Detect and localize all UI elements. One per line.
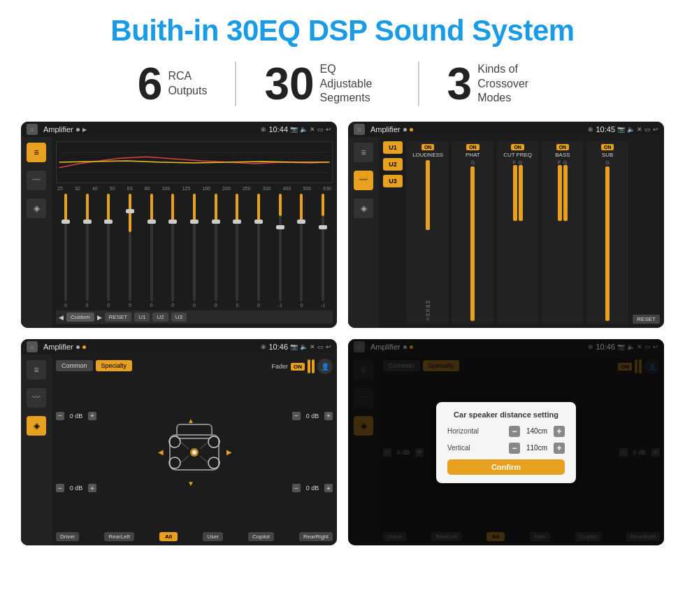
stat-number-eq: 30	[264, 62, 314, 106]
right-db-controls: − 0 dB + − 0 dB +	[292, 377, 333, 527]
u1-button[interactable]: U1	[383, 141, 403, 154]
vertical-plus[interactable]: +	[554, 443, 565, 454]
btn-driver[interactable]: Driver	[56, 532, 79, 541]
car-svg: ▲ ▼ ◀ ▶	[152, 410, 236, 494]
crossover-reset-btn[interactable]: RESET	[633, 315, 660, 324]
slider-5: 0	[163, 194, 182, 308]
btn-copilot[interactable]: Copilot	[248, 532, 274, 541]
cutfreq-name: CUT FREQ	[503, 152, 532, 158]
btn-u2[interactable]: U2	[152, 313, 168, 322]
slider-val-10: -1	[278, 303, 282, 308]
stat-crossover: 3 Kinds of Crossover Modes	[419, 62, 576, 106]
slider-11: 0	[292, 194, 312, 308]
slider-2: 0	[99, 194, 118, 308]
eq-screen-body: ≡ 〰 ◈	[21, 137, 337, 328]
btn-u1[interactable]: U1	[134, 313, 150, 322]
fader-side-icons: ≡ 〰 ◈	[21, 354, 52, 545]
horizontal-minus[interactable]: −	[509, 426, 520, 437]
slider-track-11[interactable]	[300, 194, 303, 301]
db-minus-tl[interactable]: −	[56, 412, 64, 420]
eq-icon-2[interactable]: ≡	[354, 143, 373, 162]
btn-rearright[interactable]: RearRight	[299, 532, 333, 541]
bass-slider-f[interactable]	[558, 165, 562, 221]
slider-track-4[interactable]	[150, 194, 153, 301]
fader-app-name: Amplifier	[43, 343, 73, 351]
wave-icon-3[interactable]: 〰	[27, 388, 46, 408]
slider-8: 0	[228, 194, 247, 308]
freq-630: 630	[323, 186, 331, 191]
eq-icon[interactable]: ≡	[27, 143, 46, 162]
slider-track-1[interactable]	[86, 194, 89, 301]
slider-track-8[interactable]	[236, 194, 238, 301]
next-icon[interactable]: ▶	[97, 314, 102, 321]
prev-icon[interactable]: ◀	[59, 314, 64, 321]
slider-val-0: 0	[64, 303, 67, 308]
stat-label-eq-1: EQ Adjustable	[320, 62, 390, 92]
tab-common[interactable]: Common	[56, 360, 93, 371]
db-plus-bl[interactable]: +	[88, 484, 96, 492]
dialog-horizontal-row: Horizontal − 140cm +	[447, 426, 565, 437]
crossover-screen-body: ≡ 〰 ◈ U1 U2 U3 ON LOUDNESS	[348, 137, 664, 328]
svg-point-6	[208, 436, 219, 447]
vertical-ctrl: − 110cm +	[509, 443, 565, 454]
confirm-button[interactable]: Confirm	[447, 459, 565, 475]
slider-track-12[interactable]	[322, 194, 324, 301]
bass-slider-g[interactable]	[563, 165, 568, 221]
wave-icon[interactable]: 〰	[27, 171, 46, 190]
slider-track-6[interactable]	[193, 194, 196, 301]
speaker-icon-2[interactable]: ◈	[354, 199, 373, 218]
btn-rearleft[interactable]: RearLeft	[104, 532, 134, 541]
sub-slider[interactable]	[605, 166, 610, 321]
slider-track-2[interactable]	[107, 194, 110, 301]
u3-button[interactable]: U3	[383, 175, 403, 187]
location-icon-2: ⊕	[588, 126, 593, 133]
freq-100: 100	[162, 186, 171, 191]
car-diagram: ▲ ▼ ◀ ▶	[99, 377, 289, 527]
wave-icon-2[interactable]: 〰	[354, 171, 373, 190]
btn-custom[interactable]: Custom	[66, 313, 94, 322]
phat-slider[interactable]	[470, 166, 475, 321]
db-minus-br[interactable]: −	[292, 484, 301, 492]
fader-avatar[interactable]: 👤	[317, 359, 333, 374]
slider-0: 0	[56, 194, 75, 308]
db-plus-br[interactable]: +	[324, 484, 333, 492]
screen-eq: ⌂ Amplifier ▶ ⊕ 10:44 📷 🔈 ✕ ▭ ↩ ≡ 〰	[21, 122, 337, 328]
db-val-br: 0 dB	[303, 485, 322, 492]
loudness-slider[interactable]	[426, 160, 430, 230]
slider-track-9[interactable]	[257, 194, 260, 301]
vertical-minus[interactable]: −	[509, 443, 520, 454]
btn-all[interactable]: All	[159, 532, 178, 541]
db-minus-tr[interactable]: −	[292, 412, 301, 420]
stat-label-eq-2: Segments	[320, 91, 390, 106]
cutfreq-slider-g[interactable]	[519, 165, 523, 221]
btn-u3[interactable]: U3	[171, 313, 187, 322]
eq-time: 10:44	[268, 125, 288, 134]
slider-track-10[interactable]	[279, 194, 282, 301]
horizontal-plus[interactable]: +	[554, 426, 565, 437]
db-plus-tl[interactable]: +	[88, 412, 96, 420]
stat-number-rca: 6	[138, 62, 163, 106]
btn-user[interactable]: User	[203, 532, 223, 541]
slider-track-3[interactable]	[129, 194, 131, 301]
eq-icon-3[interactable]: ≡	[27, 360, 46, 380]
slider-track-5[interactable]	[171, 194, 174, 301]
slider-6: 0	[185, 194, 204, 308]
ch-bass: ON BASS F G	[542, 141, 584, 324]
cutfreq-slider-f[interactable]	[513, 165, 517, 221]
slider-track-7[interactable]	[215, 194, 217, 301]
fader-tabs: Common Specialty	[56, 360, 132, 371]
svg-point-7	[169, 457, 180, 468]
db-plus-tr[interactable]: +	[324, 412, 333, 420]
u2-button[interactable]: U2	[383, 158, 403, 171]
speaker-icon-3[interactable]: ◈	[27, 416, 46, 436]
btn-reset[interactable]: RESET	[105, 313, 132, 322]
horizontal-value: 140cm	[523, 427, 551, 435]
speaker-icon[interactable]: ◈	[27, 199, 46, 218]
db-minus-bl[interactable]: −	[56, 484, 64, 492]
camera-icon-2: 📷	[617, 126, 625, 133]
db-val-tl: 0 dB	[66, 413, 86, 420]
ch-phat: ON PHAT G	[452, 141, 493, 324]
slider-track-0[interactable]	[64, 194, 67, 301]
fader-label: Fader	[271, 363, 288, 370]
tab-specialty[interactable]: Specialty	[96, 360, 133, 371]
